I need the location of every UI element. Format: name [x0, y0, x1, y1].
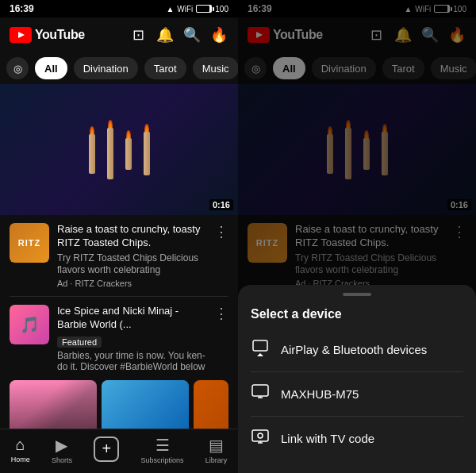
ad-title: Raise a toast to crunchy, toasty RITZ To… — [57, 223, 206, 250]
ritz-logo-bg: RITZ — [10, 223, 49, 263]
ad-subtitle: Try RITZ Toasted Chips Delicious flavors… — [57, 252, 206, 277]
bell-icon[interactable]: 🔔 — [155, 26, 175, 44]
youtube-header: YouTube ⊡ 🔔 🔍 🔥 — [0, 17, 238, 52]
featured-title: Ice Spice and Nicki Minaj - Barbie World… — [57, 305, 206, 332]
candle-2 — [107, 120, 113, 179]
nav-subscriptions[interactable]: ☰ Subscriptions — [141, 436, 184, 464]
video-duration: 0:16 — [209, 199, 233, 210]
bottom-navigation: ⌂ Home ▶ Shorts + ☰ Subscriptions ▤ Libr… — [0, 429, 238, 473]
nav-shorts[interactable]: ▶ Shorts — [52, 436, 72, 464]
chip-music[interactable]: Music — [193, 57, 238, 79]
device-link-tv[interactable]: Link with TV code — [238, 417, 476, 460]
status-bar: 16:39 ▲ WiFi 100 — [0, 0, 238, 17]
device-maxhub[interactable]: MAXHUB-M75 — [238, 372, 476, 416]
wifi-icon: WiFi — [177, 5, 193, 13]
subscriptions-icon: ☰ — [155, 436, 170, 455]
home-icon: ⌂ — [16, 436, 25, 454]
candle-3 — [125, 130, 132, 170]
main-video-thumbnail[interactable]: 0:16 — [0, 84, 238, 215]
library-label: Library — [205, 456, 228, 464]
filter-bar: ◎ All Divination Tarot Music Live — [0, 52, 238, 84]
left-panel: 16:39 ▲ WiFi 100 YouTube ⊡ 🔔 🔍 🔥 ◎ — [0, 0, 238, 473]
svg-point-10 — [258, 433, 263, 438]
candle-1 — [89, 126, 95, 174]
subscriptions-label: Subscriptions — [141, 456, 184, 464]
barbie-thumbnails: hi Ryder — [0, 380, 238, 429]
ad-label: Ad · RITZ Crackers — [57, 279, 206, 288]
candle-body-4 — [144, 132, 150, 175]
ad-menu-icon[interactable]: ⋮ — [214, 223, 228, 240]
airplay-icon — [251, 339, 270, 360]
svg-rect-9 — [252, 430, 268, 441]
candle-body-2 — [107, 128, 113, 179]
chip-all[interactable]: All — [35, 57, 67, 79]
profile-icon[interactable]: 🔥 — [209, 26, 228, 44]
search-icon[interactable]: 🔍 — [182, 26, 202, 44]
add-button[interactable]: + — [94, 436, 119, 462]
airplay-label: AirPlay & Bluetooth devices — [281, 343, 427, 356]
chip-tarot[interactable]: Tarot — [144, 57, 186, 79]
barbie-thumb-1[interactable]: hi Ryder — [10, 380, 97, 429]
youtube-logo-icon — [10, 27, 32, 43]
ritz-logo-text: RITZ — [18, 238, 40, 248]
device-selector-overlay: Select a device AirPlay & Bluetooth devi… — [238, 285, 476, 473]
thumb-bg — [0, 84, 238, 215]
candle-scene — [0, 84, 238, 215]
candle-body-3 — [125, 138, 132, 170]
featured-badge: Featured — [57, 336, 102, 348]
library-icon: ▤ — [209, 436, 224, 455]
ad-video-card[interactable]: RITZ Raise a toast to crunchy, toasty RI… — [0, 215, 238, 296]
content-area: 0:16 RITZ Raise a toast to crunchy, toas… — [0, 84, 238, 429]
tv-icon — [251, 383, 270, 405]
device-selector-title: Select a device — [238, 296, 476, 328]
barbie-thumb-3[interactable] — [194, 380, 228, 429]
nav-home[interactable]: ⌂ Home — [11, 436, 30, 463]
link-tv-icon — [251, 428, 270, 449]
nav-library[interactable]: ▤ Library — [205, 436, 228, 464]
featured-description: Barbies, your time is now. You ken-do it… — [57, 350, 206, 372]
shorts-icon: ▶ — [56, 436, 67, 455]
featured-video-card[interactable]: 🎵 Ice Spice and Nicki Minaj - Barbie Wor… — [0, 297, 238, 380]
home-label: Home — [11, 456, 30, 463]
explore-icon: ◎ — [13, 63, 22, 75]
shorts-label: Shorts — [52, 456, 72, 464]
ice-spice-thumbnail: 🎵 — [10, 305, 49, 344]
link-tv-label: Link with TV code — [281, 432, 374, 445]
battery-indicator — [196, 5, 212, 13]
battery-text: 100 — [215, 5, 228, 13]
ice-spice-thumb-bg: 🎵 — [10, 305, 49, 344]
nav-add[interactable]: + — [94, 436, 119, 463]
svg-rect-4 — [253, 340, 267, 351]
featured-menu-icon[interactable]: ⋮ — [214, 305, 228, 322]
svg-marker-5 — [257, 353, 263, 356]
device-airplay[interactable]: AirPlay & Bluetooth devices — [238, 328, 476, 371]
ad-info: Raise a toast to crunchy, toasty RITZ To… — [57, 223, 206, 288]
right-panel: 16:39 ▲ WiFi 100 YouTube ⊡ 🔔 🔍 🔥 ◎ All D… — [238, 0, 476, 473]
cast-icon[interactable]: ⊡ — [129, 26, 148, 44]
status-icons: ▲ WiFi 100 — [166, 5, 228, 13]
ice-spice-icon: 🎵 — [20, 315, 40, 334]
candle-4 — [144, 124, 150, 175]
explore-chip[interactable]: ◎ — [6, 57, 29, 79]
ad-thumbnail: RITZ — [10, 223, 49, 263]
barbie-thumb-2[interactable] — [102, 380, 189, 429]
featured-info: Ice Spice and Nicki Minaj - Barbie World… — [57, 305, 206, 372]
chip-divination[interactable]: Divination — [74, 57, 138, 79]
signal-icon: ▲ — [166, 5, 174, 13]
youtube-logo: YouTube — [10, 27, 85, 43]
status-time: 16:39 — [10, 3, 34, 14]
candle-body — [89, 134, 95, 174]
youtube-logo-text: YouTube — [35, 28, 85, 42]
maxhub-label: MAXHUB-M75 — [281, 387, 359, 401]
svg-rect-6 — [252, 385, 268, 396]
